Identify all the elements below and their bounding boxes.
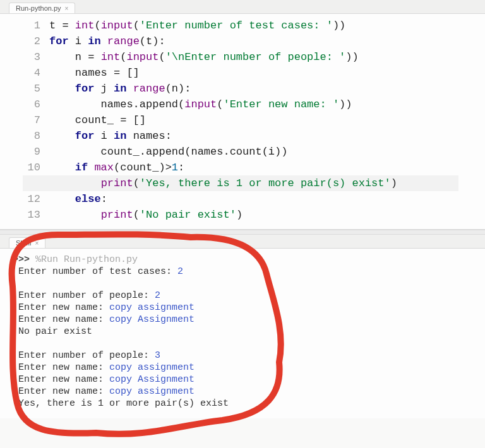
shell-tab[interactable]: Shell × (9, 237, 45, 248)
editor-tab-label: Run-python.py (16, 4, 61, 12)
pane-divider[interactable] (0, 230, 485, 235)
code-editor[interactable]: 1 2 3 4 5 6 7 8 9 10 11 12 13 t = int(in… (0, 14, 485, 230)
line-gutter: 1 2 3 4 5 6 7 8 9 10 11 12 13 (0, 14, 47, 229)
shell-prompt: >>> (13, 254, 30, 265)
shell-tab-bar: Shell × (0, 235, 485, 249)
run-command: %Run Run-python.py (35, 254, 138, 265)
code-content[interactable]: t = int(input('Enter number of test case… (47, 14, 458, 229)
shell-output[interactable]: >>> %Run Run-python.py Enter number of t… (0, 249, 485, 418)
editor-tab-bar: Run-python.py × (0, 0, 485, 14)
close-icon[interactable]: × (35, 240, 39, 247)
shell-tab-label: Shell (16, 239, 31, 247)
editor-tab[interactable]: Run-python.py × (9, 3, 75, 13)
close-icon[interactable]: × (65, 5, 69, 12)
